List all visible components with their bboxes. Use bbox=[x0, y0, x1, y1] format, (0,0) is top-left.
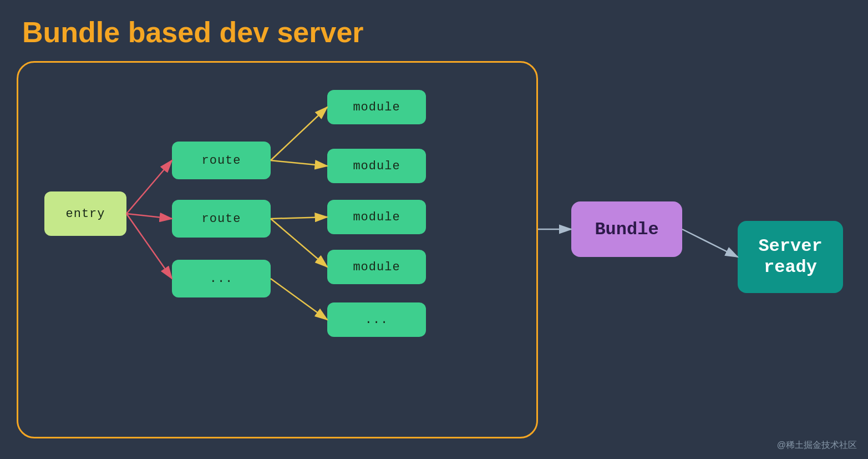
node-entry: entry bbox=[44, 191, 126, 236]
node-module2: module bbox=[327, 149, 426, 183]
node-bundle: Bundle bbox=[571, 201, 682, 257]
watermark: @稀土掘金技术社区 bbox=[777, 440, 857, 451]
node-route1: route bbox=[172, 142, 271, 179]
node-route2: route bbox=[172, 200, 271, 238]
bundle-container-box bbox=[17, 61, 538, 438]
node-module1: module bbox=[327, 90, 426, 124]
node-route3: ... bbox=[172, 260, 271, 297]
node-module4: module bbox=[327, 250, 426, 284]
node-module3: module bbox=[327, 200, 426, 234]
svg-line-12 bbox=[682, 229, 738, 257]
node-server-ready: Serverready bbox=[738, 221, 843, 293]
page-title: Bundle based dev server bbox=[22, 16, 364, 49]
node-module5: ... bbox=[327, 302, 426, 337]
